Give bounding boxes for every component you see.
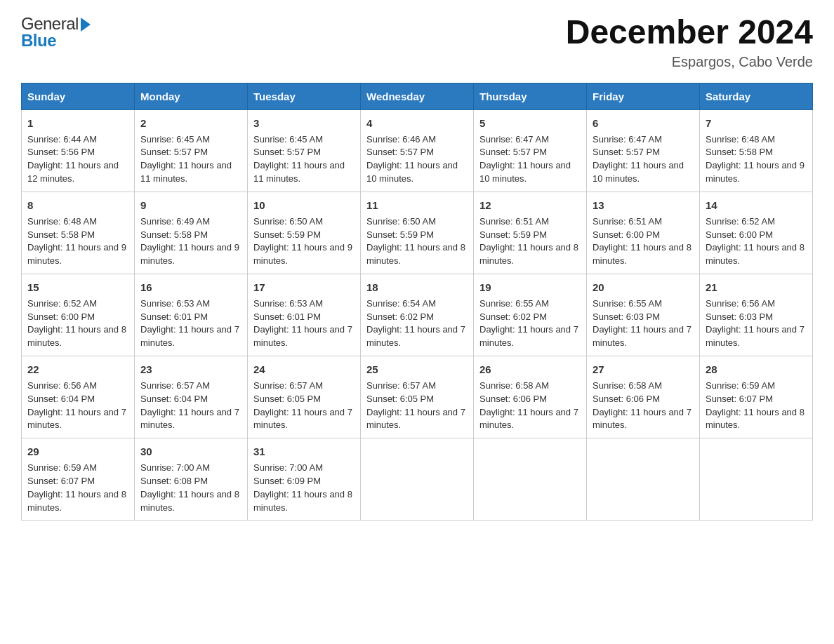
day-number: 26 xyxy=(479,362,581,377)
day-cell: 24Sunrise: 6:57 AMSunset: 6:05 PMDayligh… xyxy=(248,356,361,438)
day-number: 6 xyxy=(593,116,694,131)
day-cell: 10Sunrise: 6:50 AMSunset: 5:59 PMDayligh… xyxy=(248,192,361,274)
day-cell: 31Sunrise: 7:00 AMSunset: 6:09 PMDayligh… xyxy=(248,438,361,521)
day-number: 14 xyxy=(706,198,807,213)
day-cell: 18Sunrise: 6:54 AMSunset: 6:02 PMDayligh… xyxy=(361,274,474,356)
day-cell: 8Sunrise: 6:48 AMSunset: 5:58 PMDaylight… xyxy=(22,192,135,274)
day-cell: 23Sunrise: 6:57 AMSunset: 6:04 PMDayligh… xyxy=(135,356,248,438)
calendar-body: 1Sunrise: 6:44 AMSunset: 5:56 PMDaylight… xyxy=(22,109,813,521)
day-number: 25 xyxy=(366,362,468,377)
day-cell: 5Sunrise: 6:47 AMSunset: 5:57 PMDaylight… xyxy=(474,109,587,192)
header-cell-thursday: Thursday xyxy=(474,83,587,109)
day-number: 29 xyxy=(27,444,128,459)
header-cell-monday: Monday xyxy=(135,83,248,109)
day-number: 15 xyxy=(27,280,128,295)
day-cell: 22Sunrise: 6:56 AMSunset: 6:04 PMDayligh… xyxy=(22,356,135,438)
page-header: General Blue December 2024 Espargos, Cab… xyxy=(21,14,813,70)
day-number: 11 xyxy=(366,198,468,213)
day-cell: 7Sunrise: 6:48 AMSunset: 5:58 PMDaylight… xyxy=(700,109,813,192)
header-cell-tuesday: Tuesday xyxy=(248,83,361,109)
header-cell-saturday: Saturday xyxy=(700,83,813,109)
day-cell: 2Sunrise: 6:45 AMSunset: 5:57 PMDaylight… xyxy=(135,109,248,192)
day-cell: 25Sunrise: 6:57 AMSunset: 6:05 PMDayligh… xyxy=(361,356,474,438)
day-cell: 9Sunrise: 6:49 AMSunset: 5:58 PMDaylight… xyxy=(135,192,248,274)
week-row-1: 1Sunrise: 6:44 AMSunset: 5:56 PMDaylight… xyxy=(22,109,813,192)
day-cell: 26Sunrise: 6:58 AMSunset: 6:06 PMDayligh… xyxy=(474,356,587,438)
day-number: 3 xyxy=(253,116,355,131)
calendar-header: SundayMondayTuesdayWednesdayThursdayFrid… xyxy=(22,83,813,109)
day-cell: 12Sunrise: 6:51 AMSunset: 5:59 PMDayligh… xyxy=(474,192,587,274)
header-row: SundayMondayTuesdayWednesdayThursdayFrid… xyxy=(22,83,813,109)
day-number: 16 xyxy=(140,280,241,295)
day-cell xyxy=(587,438,700,521)
day-number: 7 xyxy=(706,116,807,131)
month-title: December 2024 xyxy=(566,14,813,51)
day-number: 20 xyxy=(593,280,694,295)
day-cell: 15Sunrise: 6:52 AMSunset: 6:00 PMDayligh… xyxy=(22,274,135,356)
day-number: 23 xyxy=(140,362,241,377)
day-cell xyxy=(700,438,813,521)
day-cell: 19Sunrise: 6:55 AMSunset: 6:02 PMDayligh… xyxy=(474,274,587,356)
day-number: 31 xyxy=(253,444,355,459)
header-cell-wednesday: Wednesday xyxy=(361,83,474,109)
logo-blue-text: Blue xyxy=(21,31,56,51)
day-number: 24 xyxy=(253,362,355,377)
day-number: 4 xyxy=(366,116,468,131)
day-number: 10 xyxy=(253,198,355,213)
day-cell xyxy=(361,438,474,521)
day-number: 5 xyxy=(479,116,581,131)
day-number: 8 xyxy=(27,198,128,213)
day-number: 27 xyxy=(593,362,694,377)
day-number: 22 xyxy=(27,362,128,377)
day-number: 19 xyxy=(479,280,581,295)
day-number: 13 xyxy=(593,198,694,213)
day-number: 17 xyxy=(253,280,355,295)
day-cell: 20Sunrise: 6:55 AMSunset: 6:03 PMDayligh… xyxy=(587,274,700,356)
day-cell: 6Sunrise: 6:47 AMSunset: 5:57 PMDaylight… xyxy=(587,109,700,192)
title-section: December 2024 Espargos, Cabo Verde xyxy=(566,14,813,70)
day-number: 9 xyxy=(140,198,241,213)
day-number: 18 xyxy=(366,280,468,295)
logo-arrow-icon xyxy=(81,18,91,32)
day-cell: 30Sunrise: 7:00 AMSunset: 6:08 PMDayligh… xyxy=(135,438,248,521)
week-row-2: 8Sunrise: 6:48 AMSunset: 5:58 PMDaylight… xyxy=(22,192,813,274)
week-row-5: 29Sunrise: 6:59 AMSunset: 6:07 PMDayligh… xyxy=(22,438,813,521)
calendar-table: SundayMondayTuesdayWednesdayThursdayFrid… xyxy=(21,83,813,521)
day-number: 2 xyxy=(140,116,241,131)
header-cell-sunday: Sunday xyxy=(22,83,135,109)
day-cell: 11Sunrise: 6:50 AMSunset: 5:59 PMDayligh… xyxy=(361,192,474,274)
location-label: Espargos, Cabo Verde xyxy=(566,54,813,70)
day-cell: 28Sunrise: 6:59 AMSunset: 6:07 PMDayligh… xyxy=(700,356,813,438)
day-cell: 3Sunrise: 6:45 AMSunset: 5:57 PMDaylight… xyxy=(248,109,361,192)
logo: General Blue xyxy=(21,14,91,51)
day-cell: 1Sunrise: 6:44 AMSunset: 5:56 PMDaylight… xyxy=(22,109,135,192)
day-cell: 13Sunrise: 6:51 AMSunset: 6:00 PMDayligh… xyxy=(587,192,700,274)
day-number: 1 xyxy=(27,116,128,131)
header-cell-friday: Friday xyxy=(587,83,700,109)
day-cell xyxy=(474,438,587,521)
day-cell: 29Sunrise: 6:59 AMSunset: 6:07 PMDayligh… xyxy=(22,438,135,521)
day-cell: 27Sunrise: 6:58 AMSunset: 6:06 PMDayligh… xyxy=(587,356,700,438)
day-cell: 16Sunrise: 6:53 AMSunset: 6:01 PMDayligh… xyxy=(135,274,248,356)
day-cell: 14Sunrise: 6:52 AMSunset: 6:00 PMDayligh… xyxy=(700,192,813,274)
day-cell: 21Sunrise: 6:56 AMSunset: 6:03 PMDayligh… xyxy=(700,274,813,356)
day-number: 30 xyxy=(140,444,241,459)
day-cell: 4Sunrise: 6:46 AMSunset: 5:57 PMDaylight… xyxy=(361,109,474,192)
day-number: 28 xyxy=(706,362,807,377)
week-row-4: 22Sunrise: 6:56 AMSunset: 6:04 PMDayligh… xyxy=(22,356,813,438)
day-number: 21 xyxy=(706,280,807,295)
day-number: 12 xyxy=(479,198,581,213)
week-row-3: 15Sunrise: 6:52 AMSunset: 6:00 PMDayligh… xyxy=(22,274,813,356)
day-cell: 17Sunrise: 6:53 AMSunset: 6:01 PMDayligh… xyxy=(248,274,361,356)
